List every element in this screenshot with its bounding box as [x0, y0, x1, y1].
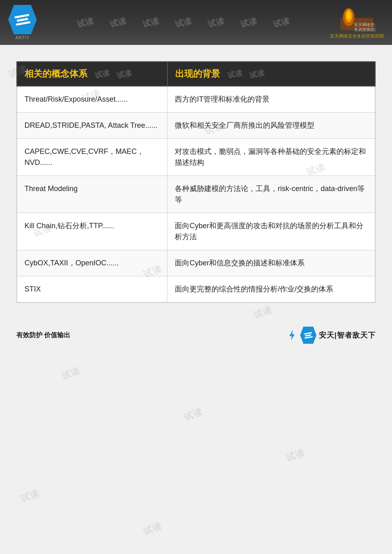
header-wm-2: 试读 — [109, 17, 127, 28]
table-row: DREAD,STRIDE,PASTA, Attack Tree......微软和… — [17, 113, 375, 139]
logo-hexagon — [8, 5, 37, 34]
footer-logo-area: 安天|智者敌天下 — [286, 327, 376, 344]
footer-left-text: 有效防护 价值输出 — [16, 331, 70, 340]
table-cell-left: CAPEC,CWE,CVE,CVRF，MAEC，NVD...... — [17, 139, 167, 176]
table-header-col1: 相关的概念体系 试读 试读 — [17, 62, 167, 86]
table-cell-right: 各种威胁建模的方法论，工具，risk-centric，data-driven等等 — [167, 176, 375, 213]
table-cell-right: 微软和相关安全厂商所推出的风险管理模型 — [167, 113, 375, 139]
table-cell-left: Threat Modeling — [17, 176, 167, 213]
header-watermarks: 试读 试读 试读 试读 试读 试读 试读 — [37, 17, 330, 28]
col1-header-text: 相关的概念体系 — [24, 69, 87, 79]
table-row: Threat Modeling各种威胁建模的方法论，工具，risk-centri… — [17, 176, 375, 213]
logo-lines — [14, 14, 30, 26]
table-cell-left: CybOX,TAXII，OpenIOC...... — [17, 250, 167, 276]
header-right-logo-svg: 安天网络安全 冬训营第四期 — [339, 6, 375, 32]
table-cell-left: STIX — [17, 276, 167, 303]
logo-antiy-text: ANTIY — [16, 36, 29, 40]
main-content: 相关的概念体系 试读 试读 出现的背景 试读 试读 Threat/Risk/Ex… — [0, 45, 392, 311]
table-row: STIX面向更完整的综合性的情报分析/作业/交换的体系 — [17, 276, 375, 303]
header-wm-5: 试读 — [207, 17, 225, 28]
table-row: Threat/Risk/Exposure/Asset......西方的IT管理和… — [17, 86, 375, 113]
table-cell-right: 面向更完整的综合性的情报分析/作业/交换的体系 — [167, 276, 375, 303]
header: ANTIY 试读 试读 试读 试读 试读 试读 试读 安天网络安全 冬训营第四期… — [0, 0, 392, 45]
header-wm-3: 试读 — [141, 17, 160, 28]
footer-brand-main-text: 安天 — [319, 331, 334, 339]
header-wm-inline4: 试读 — [249, 68, 265, 81]
header-wm-inline: 试读 — [94, 68, 111, 81]
footer: 有效防护 价值输出 安天|智者敌天下 — [0, 319, 392, 351]
table-cell-right: 西方的IT管理和标准化的背景 — [167, 86, 375, 113]
header-wm-7: 试读 — [272, 17, 291, 28]
table-row: CybOX,TAXII，OpenIOC......面向Cyber和信息交换的描述… — [17, 250, 375, 276]
footer-brand-main: 安天|智者敌天下 — [319, 330, 376, 340]
table-row: CAPEC,CWE,CVE,CVRF，MAEC，NVD......对攻击模式，脆… — [17, 139, 375, 176]
header-wm-4: 试读 — [174, 17, 193, 28]
col2-header-text: 出现的背景 — [175, 69, 220, 79]
header-wm-inline3: 试读 — [226, 68, 243, 81]
header-wm-6: 试读 — [239, 17, 258, 28]
footer-logo-lines — [304, 332, 313, 338]
header-logo: ANTIY — [8, 5, 37, 40]
header-wm-inline2: 试读 — [116, 68, 133, 81]
svg-point-3 — [347, 11, 351, 20]
watermark: 试读 — [182, 405, 205, 424]
watermark: 试读 — [284, 446, 307, 465]
watermark: 试读 — [19, 487, 41, 505]
header-right: 安天网络安全 冬训营第四期 安天网络安全冬训营第四期 — [330, 6, 384, 39]
header-wm-1: 试读 — [76, 17, 95, 28]
table-header-col2: 出现的背景 试读 试读 — [167, 62, 375, 86]
lightning-icon — [286, 329, 298, 341]
table-cell-right: 面向Cyber和更高强度的攻击和对抗的场景的分析工具和分析方法 — [167, 213, 375, 250]
watermark: 试读 — [60, 365, 82, 383]
concept-table: 相关的概念体系 试读 试读 出现的背景 试读 试读 Threat/Risk/Ex… — [16, 61, 376, 303]
logo-line-2 — [17, 18, 28, 22]
svg-text:安天网络安全: 安天网络安全 — [354, 22, 375, 27]
footer-logo-hexagon — [300, 327, 316, 344]
table-cell-right: 面向Cyber和信息交换的描述和标准体系 — [167, 250, 375, 276]
table-row: Kill Chain,钻石分析,TTP......面向Cyber和更高强度的攻击… — [17, 213, 375, 250]
watermark: 试读 — [141, 520, 164, 538]
table-cell-left: Kill Chain,钻石分析,TTP...... — [17, 213, 167, 250]
table-cell-right: 对攻击模式，脆弱点，漏洞等各种基础的安全元素的标定和描述结构 — [167, 139, 375, 176]
footer-brand-sub-text: 智者敌天下 — [337, 331, 376, 339]
svg-text:冬训营第四期: 冬训营第四期 — [354, 27, 375, 32]
table-cell-left: DREAD,STRIDE,PASTA, Attack Tree...... — [17, 113, 167, 139]
svg-marker-6 — [290, 330, 294, 340]
table-cell-left: Threat/Risk/Exposure/Asset...... — [17, 86, 167, 113]
header-right-badge: 安天网络安全冬训营第四期 — [330, 33, 384, 39]
